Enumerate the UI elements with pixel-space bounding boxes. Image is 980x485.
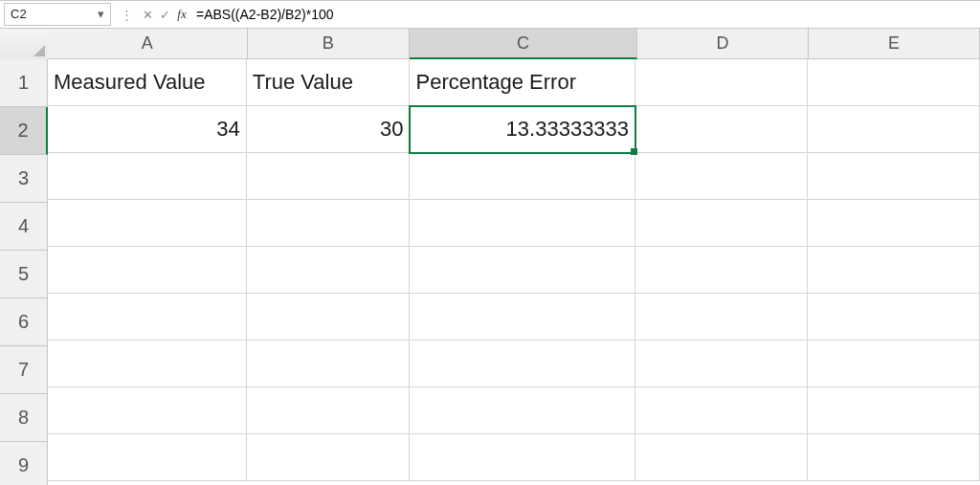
accept-formula-button[interactable]: ✓ [156, 8, 173, 22]
row-header-5[interactable]: 5 [0, 251, 48, 298]
cell-A9[interactable] [48, 434, 247, 481]
cell-E7[interactable] [808, 341, 980, 387]
cell-D4[interactable] [635, 200, 808, 247]
cell-B1[interactable]: True Value [247, 59, 411, 106]
row-1: Measured ValueTrue ValuePercentage Error [48, 59, 980, 106]
row-9 [48, 434, 980, 481]
cell-A7[interactable] [48, 341, 247, 387]
column-header-A[interactable]: A [48, 29, 248, 59]
cell-E5[interactable] [808, 247, 980, 294]
row-header-4[interactable]: 4 [0, 203, 48, 251]
cell-D1[interactable] [635, 59, 808, 106]
column-header-B[interactable]: B [248, 29, 410, 59]
cell-B8[interactable] [247, 387, 411, 434]
name-box-value: C2 [11, 4, 27, 25]
row-2: 343013.33333333 [48, 106, 980, 153]
cell-B6[interactable] [247, 294, 411, 341]
row-header-6[interactable]: 6 [0, 298, 48, 346]
cell-D5[interactable] [635, 247, 808, 294]
cell-C5[interactable] [410, 247, 635, 294]
cell-B7[interactable] [247, 341, 411, 387]
cell-C9[interactable] [410, 434, 635, 481]
cell-D9[interactable] [635, 434, 808, 481]
column-header-D[interactable]: D [637, 29, 809, 59]
cell-D8[interactable] [635, 387, 808, 434]
insert-function-button[interactable]: fx [173, 7, 190, 22]
name-box[interactable]: C2 ▾ [4, 3, 111, 26]
cell-B2[interactable]: 30 [247, 106, 411, 153]
select-all-corner[interactable] [0, 29, 49, 60]
cell-B3[interactable] [247, 153, 411, 200]
row-header-9[interactable]: 9 [0, 442, 48, 485]
row-6 [48, 294, 980, 341]
cancel-formula-button[interactable]: ✕ [139, 8, 156, 22]
row-header-7[interactable]: 7 [0, 346, 48, 394]
cell-A4[interactable] [48, 200, 247, 247]
cell-area[interactable]: Measured ValueTrue ValuePercentage Error… [48, 59, 980, 485]
column-header-C[interactable]: C [410, 29, 637, 59]
row-header-2[interactable]: 2 [0, 107, 48, 155]
row-7 [48, 341, 980, 387]
cell-C2[interactable]: 13.33333333 [410, 106, 635, 153]
row-4 [48, 200, 980, 247]
cell-E6[interactable] [808, 294, 980, 341]
cell-B5[interactable] [247, 247, 411, 294]
cell-A8[interactable] [48, 387, 247, 434]
cell-A3[interactable] [48, 153, 247, 200]
row-header-8[interactable]: 8 [0, 394, 48, 442]
cell-A2[interactable]: 34 [48, 106, 247, 153]
cell-C4[interactable] [410, 200, 635, 247]
cell-E4[interactable] [808, 200, 980, 247]
spreadsheet-grid: ABCDE 123456789 Measured ValueTrue Value… [0, 29, 980, 485]
row-5 [48, 247, 980, 294]
cell-A5[interactable] [48, 247, 247, 294]
cell-B9[interactable] [247, 434, 411, 481]
formula-bar: C2 ▾ ⋮ ✕ ✓ fx [0, 0, 980, 29]
cell-D6[interactable] [635, 294, 808, 341]
cell-E9[interactable] [808, 434, 980, 481]
cell-E3[interactable] [808, 153, 980, 200]
cell-D3[interactable] [635, 153, 808, 200]
cell-E2[interactable] [808, 106, 980, 153]
row-3 [48, 153, 980, 200]
row-headers: 123456789 [0, 59, 48, 485]
separator: ⋮ [121, 8, 133, 22]
cell-C6[interactable] [410, 294, 635, 341]
column-header-E[interactable]: E [809, 29, 980, 59]
cell-C8[interactable] [410, 387, 635, 434]
cell-E1[interactable] [808, 59, 980, 106]
cell-C1[interactable]: Percentage Error [410, 59, 635, 106]
cell-C3[interactable] [410, 153, 635, 200]
fill-handle[interactable] [631, 148, 637, 155]
row-8 [48, 387, 980, 434]
row-header-1[interactable]: 1 [0, 59, 48, 107]
cell-D7[interactable] [635, 341, 808, 387]
chevron-down-icon[interactable]: ▾ [98, 4, 104, 25]
column-headers: ABCDE [48, 29, 980, 59]
cell-D2[interactable] [635, 106, 808, 153]
cell-E8[interactable] [808, 387, 980, 434]
cell-B4[interactable] [247, 200, 411, 247]
row-header-3[interactable]: 3 [0, 155, 48, 203]
cell-A6[interactable] [48, 294, 247, 341]
cell-A1[interactable]: Measured Value [48, 59, 247, 106]
cell-C7[interactable] [410, 341, 635, 387]
formula-input[interactable] [190, 4, 980, 25]
